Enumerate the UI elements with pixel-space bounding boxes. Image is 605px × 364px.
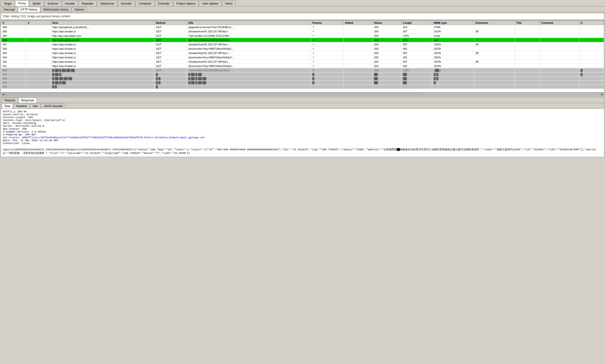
horizontal-scrollbar[interactable]: ◀ ▶ — [1, 92, 604, 96]
tab-decoder[interactable]: Decoder — [118, 0, 135, 6]
col-id[interactable]: # — [1, 21, 26, 25]
table-row[interactable]: 345https://api.shodan.ioGET/shodan/host/… — [1, 51, 604, 55]
table-row[interactable]: 341https://api.shodan.ioGET/dns/resolve?… — [1, 64, 604, 68]
scrollbar-right-btn[interactable]: ▶ — [600, 92, 604, 96]
tab-http-history[interactable]: HTTP history — [18, 7, 40, 12]
tab-spider[interactable]: Spider — [29, 0, 44, 6]
tab-json-decoder[interactable]: JSON Decoder — [41, 104, 66, 108]
table-row[interactable]: 332█ ██ — [1, 85, 604, 89]
scrollbar-left-btn[interactable]: ◀ — [1, 92, 5, 96]
col-sort[interactable]: ▼ — [26, 21, 51, 25]
table-header: # ▼ Host Method URL Params Edited Status… — [1, 21, 604, 25]
tab-comparer[interactable]: Comparer — [135, 0, 154, 6]
table-row[interactable]: 346https://api.shodan.ioGET/dns/resolve?… — [1, 47, 604, 51]
table-row[interactable]: 337█ ██ ███ ██ █ ████████ ██ — [1, 73, 604, 77]
top-nav: Target Proxy Spider Scanner Intruder Rep… — [0, 0, 605, 6]
table-row[interactable]: 338█ ██ █ ██ ██ ██GET/?qt=cen&h=7313733.… — [1, 68, 604, 73]
tab-options[interactable]: Options — [72, 7, 87, 12]
tab-user-options[interactable]: User options — [199, 0, 221, 6]
col-title[interactable]: Title — [515, 21, 539, 25]
col-url[interactable]: URL — [187, 21, 311, 25]
tab-alerts[interactable]: Alerts — [222, 0, 236, 6]
req-res-tabs: Request Response — [1, 97, 604, 103]
proxy-subtabs: Intercept HTTP history WebSockets histor… — [0, 6, 605, 12]
table-row[interactable]: 364http://api.map.baidu.comGET/?qt=cen&b… — [1, 34, 604, 38]
tab-scanner[interactable]: Scanner — [44, 0, 62, 6]
col-mime[interactable]: MIME type — [432, 21, 474, 25]
table-row[interactable]: 335█ ██ █ ███ ██ ██ █ ██ ████████ — [1, 81, 604, 85]
table-row[interactable]: 347https://api.shodan.ioGET/shodan/host/… — [1, 42, 604, 47]
col-length[interactable]: Length — [402, 21, 432, 25]
table-row[interactable]: 366https://api.shodan.ioGET/shodan/host/… — [1, 29, 604, 34]
table-row[interactable]: 344https://api.shodan.ioGET/dns/resolve?… — [1, 55, 604, 60]
tab-proxy[interactable]: Proxy — [15, 0, 29, 6]
response-body: HTTP/1.1 200 OK Cache-Control: private C… — [1, 109, 604, 157]
tab-hex[interactable]: Hex — [30, 104, 40, 108]
table-row[interactable]: 342https://api.shodan.ioGET/shodan/host/… — [1, 60, 604, 64]
tab-response[interactable]: Response — [18, 98, 37, 103]
tab-request[interactable]: Request — [2, 98, 18, 103]
tab-sequencer[interactable]: Sequencer — [97, 0, 117, 6]
tab-repeater[interactable]: Repeater — [79, 0, 97, 6]
col-extension[interactable]: Extension — [474, 21, 515, 25]
table-row[interactable]: 369https://googleads.g.doubleclic...GET/… — [1, 25, 604, 29]
tab-target[interactable]: Target — [0, 0, 15, 6]
tab-headers[interactable]: Headers — [13, 104, 29, 108]
col-status[interactable]: Status — [372, 21, 401, 25]
tab-websockets-history[interactable]: WebSockets history — [40, 7, 71, 12]
http-history-table: # ▼ Host Method URL Params Edited Status… — [1, 20, 604, 92]
response-view-tabs: Raw Headers Hex JSON Decoder — [1, 103, 604, 109]
tab-raw[interactable]: Raw — [2, 104, 13, 108]
bottom-panel: Request Response Raw Headers Hex JSON De… — [1, 97, 604, 157]
col-edited[interactable]: Edited — [344, 21, 372, 25]
tab-project-options[interactable]: Project options — [173, 0, 199, 6]
tab-intruder[interactable]: Intruder — [62, 0, 78, 6]
col-host[interactable]: Host — [51, 21, 154, 25]
scrollbar-thumb[interactable] — [5, 94, 421, 95]
col-s[interactable]: S — [579, 21, 604, 25]
scrollbar-track[interactable] — [5, 93, 600, 95]
tab-extender[interactable]: Extender — [155, 0, 173, 6]
filter-bar[interactable]: Filter: Hiding CSS, image and general bi… — [1, 13, 604, 20]
table-row[interactable]: 348http://apis.gpssp g.comGET/bs/?oid=15… — [1, 38, 604, 42]
col-method[interactable]: Method — [154, 21, 187, 25]
col-params[interactable]: Params — [311, 21, 344, 25]
tab-intercept[interactable]: Intercept — [1, 7, 17, 12]
col-comment[interactable]: Comment — [540, 21, 579, 25]
table-row[interactable]: 336█ ██ ██ ██ ███ ██ ██ █ ██ ████████ █ — [1, 77, 604, 81]
